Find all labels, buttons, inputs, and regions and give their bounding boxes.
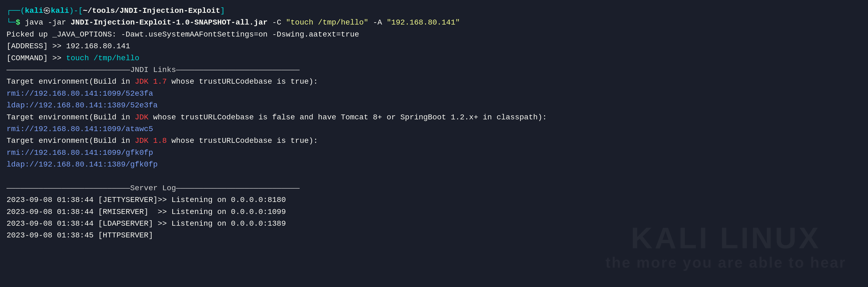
- target2-line: Target environment(Build in JDK whose tr…: [6, 111, 862, 123]
- target2-prefix: Target environment(Build in: [6, 111, 135, 123]
- rmi3-url: rmi://192.168.80.141:1099/gfk0fp: [6, 147, 153, 159]
- command-touch: "touch /tmp/hello": [286, 17, 368, 28]
- command-flag-a: -A: [368, 17, 386, 28]
- prompt-prefix: └─: [6, 17, 16, 28]
- command-line: └─$ java -jar JNDI-Injection-Exploit-1.0…: [6, 17, 862, 28]
- jndi-divider-text: ———————————————————————————JNDI Links———…: [6, 64, 300, 76]
- target1-line: Target environment(Build in JDK 1.7 whos…: [6, 76, 862, 88]
- java-options-text: Picked up _JAVA_OPTIONS: -Dawt.useSystem…: [6, 29, 359, 40]
- terminal-window: ┌──(kali㉿kali)-[~/tools/JNDI-Injection-E…: [6, 5, 862, 242]
- command-label: [COMMAND] >>: [6, 52, 62, 64]
- log2-line: 2023-09-08 01:38:44 [RMISERVER] >> Liste…: [6, 206, 862, 218]
- ldap3-line: ldap://192.168.80.141:1389/gfk0fp: [6, 159, 862, 170]
- address-line: [ADDRESS] >> 192.168.80.141: [6, 40, 862, 52]
- command-java: java -jar: [25, 17, 70, 28]
- command-display-line: [COMMAND] >> touch /tmp/hello: [6, 52, 862, 64]
- rmi2-line: rmi://192.168.80.141:1099/atawc5: [6, 123, 862, 135]
- command-value: touch /tmp/hello: [62, 52, 140, 64]
- target3-prefix: Target environment(Build in: [6, 135, 135, 147]
- target3-line: Target environment(Build in JDK 1.8 whos…: [6, 135, 862, 147]
- target2-jdk: JDK: [135, 111, 148, 123]
- target3-jdk: JDK 1.8: [135, 135, 167, 147]
- log1-line: 2023-09-08 01:38:44 [JETTYSERVER]>> List…: [6, 194, 862, 206]
- title-bar-open-bracket: ┌──(: [6, 5, 25, 17]
- title-at: ㉿: [43, 5, 51, 17]
- address-text: [ADDRESS] >> 192.168.80.141: [6, 40, 130, 52]
- rmi1-url: rmi://192.168.80.141:1099/52e3fa: [6, 88, 153, 99]
- title-close-bracket: )-[: [69, 5, 83, 17]
- ldap1-line: ldap://192.168.80.141:1389/52e3fa: [6, 99, 862, 111]
- command-jar: JNDI-Injection-Exploit-1.0-SNAPSHOT-all.…: [70, 17, 268, 28]
- jndi-divider: ———————————————————————————JNDI Links———…: [6, 64, 862, 76]
- server-log-divider-text: ———————————————————————————Server Log———…: [6, 182, 300, 194]
- target3-suffix: whose trustURLCodebase is true):: [167, 135, 318, 147]
- log3-text: 2023-09-08 01:38:44 [LDAPSERVER] >> List…: [6, 218, 286, 229]
- title-host: kali: [51, 5, 69, 17]
- title-bracket-end: ]: [220, 5, 225, 17]
- ldap3-url: ldap://192.168.80.141:1389/gfk0fp: [6, 159, 158, 170]
- title-path: ~/tools/JNDI-Injection-Exploit: [83, 5, 220, 17]
- rmi2-url: rmi://192.168.80.141:1099/atawc5: [6, 123, 153, 135]
- log3-line: 2023-09-08 01:38:44 [LDAPSERVER] >> List…: [6, 218, 862, 229]
- rmi3-line: rmi://192.168.80.141:1099/gfk0fp: [6, 147, 862, 159]
- prompt-symbol: $: [16, 17, 25, 28]
- command-ip: "192.168.80.141": [387, 17, 460, 28]
- title-bar-line: ┌──(kali㉿kali)-[~/tools/JNDI-Injection-E…: [6, 5, 862, 17]
- log1-text: 2023-09-08 01:38:44 [JETTYSERVER]>> List…: [6, 194, 286, 206]
- ldap1-url: ldap://192.168.80.141:1389/52e3fa: [6, 99, 158, 111]
- target1-jdk: JDK 1.7: [135, 76, 167, 88]
- log4-text: 2023-09-08 01:38:45 [HTTPSERVER]: [6, 229, 153, 241]
- target1-prefix: Target environment(Build in: [6, 76, 135, 88]
- target1-suffix: whose trustURLCodebase is true):: [167, 76, 318, 88]
- target2-suffix: whose trustURLCodebase is false and have…: [149, 111, 547, 123]
- watermark-subtitle: the more you are able to hear: [606, 254, 846, 271]
- java-options-line: Picked up _JAVA_OPTIONS: -Dawt.useSystem…: [6, 29, 862, 40]
- command-flag-c: -C: [268, 17, 286, 28]
- log2-text: 2023-09-08 01:38:44 [RMISERVER] >> Liste…: [6, 206, 286, 218]
- empty-line: [6, 170, 862, 182]
- server-log-divider: ———————————————————————————Server Log———…: [6, 182, 862, 194]
- log4-line: 2023-09-08 01:38:45 [HTTPSERVER]: [6, 229, 862, 241]
- rmi1-line: rmi://192.168.80.141:1099/52e3fa: [6, 88, 862, 99]
- title-user: kali: [25, 5, 43, 17]
